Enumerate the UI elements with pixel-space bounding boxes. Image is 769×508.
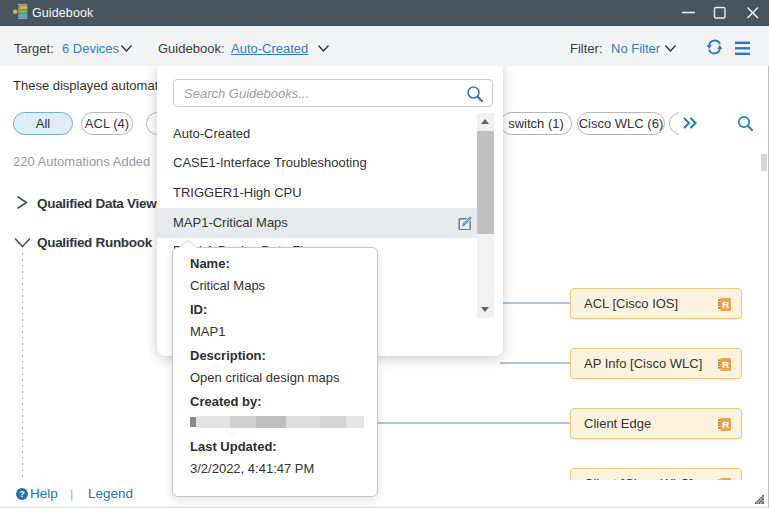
svg-text:R: R (722, 479, 729, 480)
svg-text:?: ? (19, 489, 25, 499)
svg-text:R: R (722, 299, 729, 310)
svg-text:R: R (722, 359, 729, 370)
svg-text:R: R (722, 419, 729, 430)
